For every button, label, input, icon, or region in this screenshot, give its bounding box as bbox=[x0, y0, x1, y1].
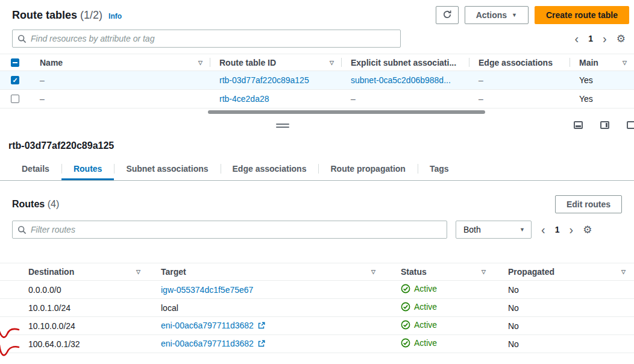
page-number[interactable]: 1 bbox=[555, 225, 560, 234]
target-link[interactable]: igw-055374dc1f5e75e67 bbox=[161, 285, 253, 295]
column-header-target: Target ▽ bbox=[149, 267, 384, 277]
status-active-icon bbox=[401, 320, 410, 330]
table-row[interactable]: – rtb-4ce2da28 – – Yes bbox=[0, 90, 634, 108]
cell-propagated: No bbox=[494, 339, 634, 349]
route-table-detail-panel: rtb-03d77af220c89a125 Details Routes Sub… bbox=[0, 139, 634, 353]
tab-routes[interactable]: Routes bbox=[61, 158, 114, 180]
table-row[interactable]: – rtb-03d77af220c89a125 subnet-0ca5c2d06… bbox=[0, 71, 634, 90]
chevron-down-icon: ▼ bbox=[519, 227, 525, 233]
route-tables-pagination: ‹ 1 › ⚙ bbox=[574, 33, 626, 45]
route-row[interactable]: 100.64.0.1/32 eni-00ac6a797711d3682 Acti… bbox=[0, 335, 634, 353]
status-badge: Active bbox=[401, 320, 437, 330]
tab-route-propagation[interactable]: Route propagation bbox=[318, 158, 417, 180]
cell-name: – bbox=[30, 94, 210, 104]
cell-edge: – bbox=[469, 75, 570, 85]
split-drag-handle[interactable] bbox=[276, 124, 289, 128]
column-header-status: Status ▽ bbox=[384, 267, 494, 277]
routes-count: (4) bbox=[48, 199, 60, 209]
page-title-count: (1/2) bbox=[80, 9, 102, 21]
sort-icon[interactable]: ▽ bbox=[621, 269, 626, 275]
cell-main: Yes bbox=[570, 75, 634, 85]
tab-subnet-associations[interactable]: Subnet associations bbox=[114, 158, 220, 180]
panel-layout-side-icon bbox=[600, 121, 609, 129]
cell-edge: – bbox=[469, 94, 570, 104]
refresh-button[interactable] bbox=[436, 6, 459, 24]
cell-propagated: No bbox=[494, 285, 634, 295]
chevron-down-icon: ▼ bbox=[512, 12, 517, 18]
cell-destination: 0.0.0.0/0 bbox=[0, 285, 149, 295]
cell-name: – bbox=[30, 75, 210, 85]
panel-layout-bottom-icon bbox=[574, 121, 583, 129]
search-box bbox=[12, 30, 401, 48]
sort-icon[interactable]: ▽ bbox=[623, 60, 627, 66]
routes-title: Routes (4) bbox=[12, 199, 59, 210]
cell-destination: 100.64.0.1/32 bbox=[0, 339, 149, 349]
prev-page-button[interactable]: ‹ bbox=[540, 224, 547, 236]
cell-target: local bbox=[149, 303, 384, 313]
cell-destination: 10.10.0.0/24 bbox=[0, 321, 149, 331]
panel-layout-bottom-button[interactable] bbox=[571, 119, 585, 131]
settings-gear-icon[interactable]: ⚙ bbox=[583, 225, 592, 235]
status-badge: Active bbox=[401, 338, 437, 348]
sort-icon[interactable]: ▽ bbox=[136, 269, 140, 275]
route-table-id-link[interactable]: rtb-03d77af220c89a125 bbox=[219, 75, 309, 85]
column-header-propagated: Propagated ▽ bbox=[494, 267, 634, 277]
tab-tags[interactable]: Tags bbox=[418, 158, 461, 180]
route-scope-select[interactable]: Both ▼ bbox=[456, 221, 532, 239]
external-link-icon bbox=[258, 321, 265, 331]
sort-icon[interactable]: ▽ bbox=[482, 269, 486, 275]
cell-subnet: – bbox=[341, 94, 469, 104]
status-active-icon bbox=[401, 302, 410, 312]
settings-gear-icon[interactable]: ⚙ bbox=[617, 34, 626, 44]
detail-tabs: Details Routes Subnet associations Edge … bbox=[0, 158, 634, 181]
tab-edge-associations[interactable]: Edge associations bbox=[221, 158, 319, 180]
column-header-destination: Destination ▽ bbox=[0, 267, 149, 277]
edit-routes-button[interactable]: Edit routes bbox=[555, 195, 622, 213]
target-link[interactable]: eni-00ac6a797711d3682 bbox=[161, 339, 254, 348]
panel-layout-side-button[interactable] bbox=[598, 119, 611, 131]
route-row[interactable]: 0.0.0.0/0 igw-055374dc1f5e75e67 Active N… bbox=[0, 281, 634, 299]
route-row[interactable]: 10.0.1.0/24 local Active No bbox=[0, 299, 634, 317]
tab-details[interactable]: Details bbox=[10, 158, 61, 180]
panel-layout-full-icon bbox=[627, 121, 634, 129]
search-input[interactable] bbox=[12, 30, 401, 48]
routes-pagination: ‹ 1 › ⚙ bbox=[540, 224, 592, 236]
panel-layout-full-button[interactable] bbox=[624, 119, 634, 131]
sort-icon[interactable]: ▽ bbox=[330, 60, 334, 66]
route-tables-toolbar: ‹ 1 › ⚙ bbox=[0, 24, 634, 54]
route-row[interactable]: 10.10.0.0/24 eni-00ac6a797711d3682 Activ… bbox=[0, 317, 634, 335]
next-page-button[interactable]: › bbox=[568, 224, 574, 236]
status-active-icon bbox=[401, 338, 410, 348]
refresh-icon bbox=[442, 10, 452, 21]
routes-filter-row: Both ▼ ‹ 1 › ⚙ bbox=[12, 221, 622, 239]
row-checkbox[interactable] bbox=[11, 76, 19, 84]
next-page-button[interactable]: › bbox=[601, 33, 608, 45]
filter-routes-input[interactable] bbox=[12, 221, 447, 239]
cell-propagated: No bbox=[494, 321, 634, 331]
cell-destination: 10.0.1.0/24 bbox=[0, 303, 149, 313]
column-header-explicit-subnet: Explicit subnet associati... bbox=[341, 54, 469, 71]
subnet-link[interactable]: subnet-0ca5c2d06b988d... bbox=[351, 75, 451, 85]
external-link-icon bbox=[258, 339, 265, 349]
info-link[interactable]: Info bbox=[108, 12, 122, 20]
column-header-edge-associations: Edge associations bbox=[469, 54, 570, 71]
sort-icon[interactable]: ▽ bbox=[198, 60, 202, 66]
prev-page-button[interactable]: ‹ bbox=[574, 33, 580, 45]
panel-layout-controls bbox=[571, 119, 634, 131]
select-all-checkbox[interactable] bbox=[11, 58, 19, 67]
detail-title: rtb-03d77af220c89a125 bbox=[0, 139, 634, 158]
column-header-main: Main ▽ bbox=[570, 54, 634, 71]
status-active-icon bbox=[401, 284, 410, 293]
create-route-table-button[interactable]: Create route table bbox=[535, 6, 629, 24]
route-tables-panel: Route tables (1/2) Info Actions ▼ Create… bbox=[0, 0, 634, 114]
route-tables-table-header: Name ▽ Route table ID ▽ Explicit subnet … bbox=[0, 54, 634, 71]
row-checkbox[interactable] bbox=[11, 95, 19, 103]
route-tables-header: Route tables (1/2) Info Actions ▼ Create… bbox=[0, 0, 634, 24]
sort-icon[interactable]: ▽ bbox=[371, 269, 375, 275]
page-number[interactable]: 1 bbox=[588, 34, 593, 43]
actions-button[interactable]: Actions ▼ bbox=[465, 6, 529, 24]
filter-box bbox=[12, 221, 447, 239]
route-table-id-link[interactable]: rtb-4ce2da28 bbox=[219, 94, 269, 104]
routes-section: Routes (4) Edit routes Both ▼ ‹ 1 › ⚙ bbox=[0, 181, 634, 353]
target-link[interactable]: eni-00ac6a797711d3682 bbox=[161, 321, 254, 330]
